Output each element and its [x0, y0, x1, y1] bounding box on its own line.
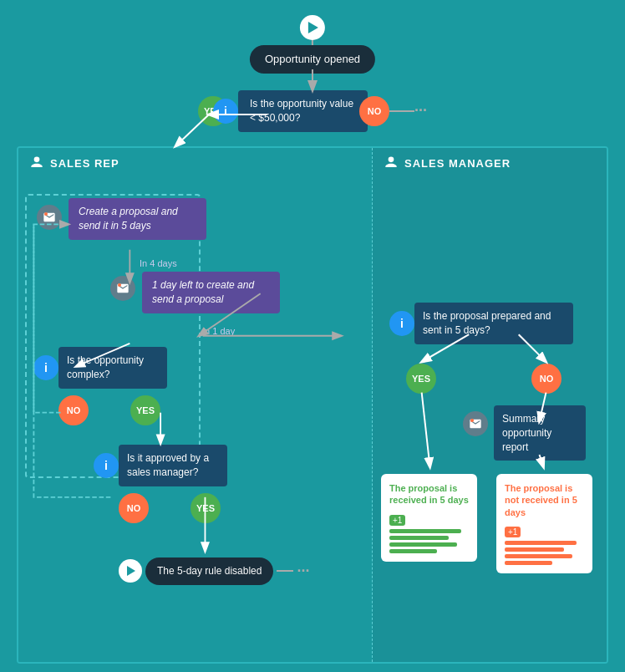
flow-container: Opportunity opened YES i Is the opportun…: [0, 0, 625, 672]
svg-point-2: [118, 283, 121, 287]
person-icon-rep: [28, 155, 45, 171]
no-badge-4: NO: [531, 364, 561, 394]
svg-point-9: [389, 157, 394, 163]
action1-node: Create a proposal and send it in 5 days: [69, 198, 206, 240]
condition3-node: Is it approved by a sales manager?: [119, 445, 227, 486]
start-node-label: Opportunity opened: [265, 53, 360, 65]
card-no-lines: [505, 541, 584, 565]
info-icon-4: i: [389, 311, 414, 336]
person-icon-manager: [383, 155, 399, 171]
svg-point-1: [44, 212, 48, 216]
dots-end: ···: [297, 563, 309, 580]
condition1-node: Is the opportunity value < $50,000?: [238, 90, 368, 132]
start-icon: [300, 15, 325, 40]
sales-rep-header: SALES REP: [18, 148, 372, 178]
no-badge-3: NO: [119, 493, 149, 523]
sales-manager-header: SALES MANAGER: [373, 148, 607, 178]
summary-node: Summary opportunity report: [494, 405, 586, 461]
lanes-container: SALES REP Create a proposal and send it …: [17, 146, 608, 664]
condition2-node: Is the opportunity complex?: [58, 347, 167, 389]
yes-badge-2: YES: [130, 395, 160, 425]
lane-sales-manager: SALES MANAGER i Is the proposal prepared…: [373, 148, 607, 662]
mail-icon-2: [110, 276, 135, 301]
svg-point-0: [34, 157, 40, 163]
in1day-label: In 1 day: [202, 326, 235, 336]
yes-badge-4: YES: [406, 364, 436, 394]
reminder-node: 1 day left to create and send a proposal: [142, 272, 280, 313]
end-node: The 5-day rule disabled: [145, 557, 273, 585]
info-icon-3: i: [94, 453, 119, 478]
info-icon-2: i: [33, 355, 58, 380]
card-yes: The proposal is received in 5 days +1: [381, 474, 477, 562]
card-no-badge: +1: [505, 527, 521, 537]
yes-badge-3: YES: [191, 493, 221, 523]
no-badge-1: NO: [359, 96, 389, 126]
svg-point-10: [470, 419, 474, 422]
condition4-node: Is the proposal prepared and sent in 5 d…: [414, 303, 573, 344]
svg-line-14: [422, 393, 430, 467]
card-yes-badge: +1: [389, 515, 405, 526]
info-icon-1: i: [213, 99, 238, 124]
play-icon-end: [119, 559, 142, 583]
card-yes-lines: [389, 529, 469, 553]
in4days-label: In 4 days: [140, 258, 177, 268]
mail-icon-1: [37, 205, 62, 230]
card-no: The proposal is not received in 5 days +…: [496, 474, 592, 573]
card-yes-title: The proposal is received in 5 days: [389, 482, 469, 507]
lane-sales-rep: SALES REP Create a proposal and send it …: [18, 148, 373, 662]
card-no-title: The proposal is not received in 5 days: [505, 482, 584, 518]
no-badge-2: NO: [58, 395, 89, 425]
dots-1: ···: [414, 102, 427, 120]
mail-icon-3: [463, 411, 488, 436]
